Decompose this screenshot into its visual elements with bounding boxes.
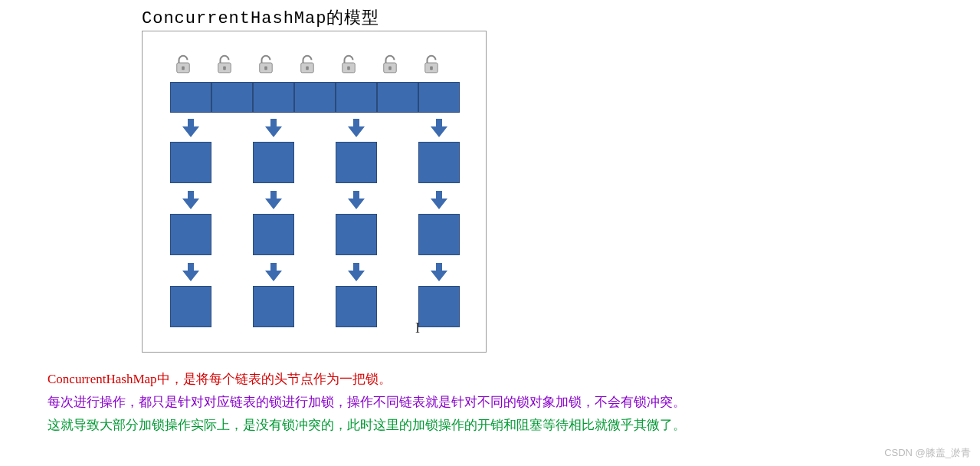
bucket-cell: [336, 82, 377, 113]
chain-node: [253, 214, 294, 255]
lock-icon: [423, 54, 440, 74]
arrow-down-icon: [428, 261, 451, 283]
chain-node: [418, 286, 460, 327]
watermark: CSDN @膝盖_淤青: [884, 446, 971, 460]
chain-node: [336, 142, 377, 183]
explanation-text: ConcurrentHashMap中，是将每个链表的头节点作为一把锁。 每次进行…: [48, 368, 686, 436]
arrow-down-icon: [345, 189, 368, 211]
chain-node: [336, 214, 377, 255]
lock-icon: [257, 54, 274, 74]
bucket-cell: [377, 82, 418, 113]
chain-node: [336, 286, 377, 327]
svg-rect-3: [223, 67, 226, 71]
bucket-array: [170, 82, 460, 113]
diagram-container: I: [142, 31, 487, 353]
chain-node: [418, 214, 460, 255]
arrow-down-icon: [428, 189, 451, 211]
chain-column: [418, 113, 460, 329]
arrow-down-icon: [262, 261, 285, 283]
arrow-down-icon: [262, 189, 285, 211]
page-title: ConcurrentHashMap的模型: [142, 6, 379, 29]
arrow-down-icon: [179, 117, 202, 139]
arrow-down-icon: [262, 117, 285, 139]
arrow-down-icon: [345, 117, 368, 139]
lock-icon: [175, 54, 192, 74]
lock-icon: [299, 54, 316, 74]
chain-node: [253, 142, 294, 183]
svg-rect-13: [430, 67, 433, 71]
svg-rect-7: [306, 67, 309, 71]
chain-node: [170, 214, 211, 255]
bucket-cell: [253, 82, 294, 113]
chain-column: [253, 113, 294, 329]
svg-rect-1: [182, 67, 185, 71]
svg-rect-5: [264, 67, 267, 71]
arrow-down-icon: [179, 261, 202, 283]
bucket-cell: [418, 82, 460, 113]
svg-rect-11: [388, 67, 392, 71]
chain-node: [170, 286, 211, 327]
bucket-cell: [294, 82, 336, 113]
chain-column: [170, 113, 211, 329]
bucket-cell: [170, 82, 211, 113]
text-line-3: 这就导致大部分加锁操作实际上，是没有锁冲突的，此时这里的加锁操作的开销和阻塞等待…: [48, 414, 686, 437]
arrow-down-icon: [428, 117, 451, 139]
text-cursor-mark: I: [415, 320, 420, 336]
chain-node: [418, 142, 460, 183]
bucket-cell: [211, 82, 253, 113]
locks-row: [175, 54, 440, 74]
chain-column: [336, 113, 377, 329]
lock-icon: [340, 54, 357, 74]
text-line-2: 每次进行操作，都只是针对对应链表的锁进行加锁，操作不同链表就是针对不同的锁对象加…: [48, 391, 686, 414]
arrow-down-icon: [345, 261, 368, 283]
lock-icon: [216, 54, 233, 74]
chain-node: [170, 142, 211, 183]
chain-node: [253, 286, 294, 327]
text-line-1: ConcurrentHashMap中，是将每个链表的头节点作为一把锁。: [48, 368, 686, 391]
arrow-down-icon: [179, 189, 202, 211]
lock-icon: [382, 54, 398, 74]
svg-rect-9: [347, 67, 350, 71]
